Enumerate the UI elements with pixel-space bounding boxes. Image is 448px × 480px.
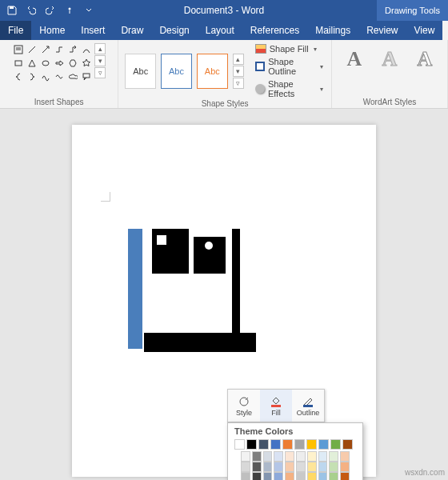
color-swatch[interactable] (307, 462, 317, 472)
shape-textbox[interactable] (12, 43, 25, 56)
color-swatch[interactable] (263, 462, 273, 472)
color-swatch[interactable] (307, 451, 317, 462)
color-swatch[interactable] (274, 462, 283, 472)
color-swatch[interactable] (282, 439, 293, 450)
color-swatch[interactable] (294, 439, 305, 450)
style-more-button[interactable]: ▿ (233, 78, 244, 89)
shape-effects-button[interactable]: Shape Effects▾ (254, 78, 325, 99)
color-swatch[interactable] (318, 451, 328, 462)
tab-references[interactable]: References (242, 21, 307, 40)
color-swatch[interactable] (274, 451, 283, 462)
color-swatch[interactable] (252, 451, 262, 462)
shape-style-scroll[interactable]: ▴ ▾ ▿ (233, 54, 244, 89)
tab-home[interactable]: Home (31, 21, 73, 40)
color-swatch[interactable] (274, 472, 283, 480)
color-swatch[interactable] (252, 462, 262, 472)
color-swatch[interactable] (296, 472, 306, 480)
color-swatch[interactable] (340, 472, 350, 480)
color-swatch[interactable] (296, 462, 306, 472)
tab-design[interactable]: Design (151, 21, 197, 40)
tab-draw[interactable]: Draw (113, 21, 151, 40)
shape-triangle[interactable] (26, 57, 38, 70)
shape-scribble[interactable] (53, 70, 66, 83)
wordart-preset-2[interactable]: A (374, 43, 406, 75)
shape-fill-button[interactable]: Shape Fill▾ (254, 43, 325, 54)
color-swatch[interactable] (241, 472, 250, 480)
undo-button[interactable] (24, 3, 38, 18)
color-swatch[interactable] (342, 439, 353, 450)
color-swatch[interactable] (258, 439, 269, 450)
shape-elbow-arrow[interactable] (66, 43, 79, 56)
tab-insert[interactable]: Insert (73, 21, 113, 40)
shape-lbrace[interactable] (12, 70, 25, 83)
shape-oval[interactable] (39, 57, 52, 70)
shape-callout[interactable] (80, 70, 93, 83)
wordart-preset-1[interactable]: A (338, 43, 370, 75)
color-swatch[interactable] (318, 439, 329, 450)
shape-arrow-right[interactable] (53, 57, 66, 70)
shape-line-arrow[interactable] (39, 43, 52, 56)
shape-elbow[interactable] (53, 43, 66, 56)
shape-style-preset-3[interactable]: Abc (197, 54, 228, 89)
tab-format[interactable]: Format (442, 21, 448, 40)
touch-mode-button[interactable] (62, 3, 77, 18)
style-down-button[interactable]: ▾ (233, 66, 244, 77)
drawing-canvas[interactable] (128, 229, 288, 373)
tab-layout[interactable]: Layout (198, 21, 242, 40)
shape-blue-rect[interactable] (128, 229, 142, 349)
shapes-gallery-scroll[interactable]: ▴ ▾ ▿ (94, 43, 106, 78)
gallery-more-button[interactable]: ▿ (94, 67, 106, 78)
style-up-button[interactable]: ▴ (233, 54, 244, 65)
color-swatch[interactable] (329, 462, 338, 472)
shapes-gallery[interactable] (12, 43, 93, 83)
tab-view[interactable]: View (406, 21, 443, 40)
mini-style-button[interactable]: Style (228, 390, 260, 422)
color-swatch[interactable] (307, 472, 317, 480)
color-swatch[interactable] (263, 472, 273, 480)
color-swatch[interactable] (270, 439, 281, 450)
shape-line[interactable] (26, 43, 38, 56)
shape-rbrace[interactable] (26, 70, 38, 83)
color-swatch[interactable] (241, 451, 250, 462)
color-swatch[interactable] (263, 451, 273, 462)
qat-customize-button[interactable] (82, 3, 96, 18)
shape-black-bar[interactable] (232, 229, 240, 333)
shape-black-bottom[interactable] (144, 333, 256, 352)
color-swatch[interactable] (296, 451, 306, 462)
shape-rect[interactable] (12, 57, 25, 70)
color-swatch[interactable] (329, 451, 338, 462)
gallery-up-button[interactable]: ▴ (94, 43, 106, 54)
shape-black-rect-1[interactable] (152, 229, 189, 274)
shape-style-preset-1[interactable]: Abc (125, 54, 156, 89)
save-button[interactable] (5, 3, 19, 18)
tab-mailings[interactable]: Mailings (307, 21, 358, 40)
shape-freeform[interactable] (39, 70, 52, 83)
tab-review[interactable]: Review (358, 21, 406, 40)
mini-fill-button[interactable]: Fill (260, 390, 292, 422)
shape-outline-button[interactable]: Shape Outline▾ (254, 56, 325, 77)
color-swatch[interactable] (252, 472, 262, 480)
tab-file[interactable]: File (0, 21, 31, 40)
color-swatch[interactable] (330, 439, 341, 450)
color-swatch[interactable] (318, 462, 328, 472)
color-swatch[interactable] (318, 472, 328, 480)
color-swatch[interactable] (285, 462, 294, 472)
gallery-down-button[interactable]: ▾ (94, 55, 106, 66)
color-swatch[interactable] (285, 451, 294, 462)
color-swatch[interactable] (285, 472, 294, 480)
color-swatch[interactable] (241, 462, 250, 472)
shape-style-preset-2[interactable]: Abc (161, 54, 192, 89)
shape-curve[interactable] (80, 43, 93, 56)
color-swatch[interactable] (340, 462, 350, 472)
color-swatch[interactable] (340, 451, 350, 462)
shape-black-rect-2[interactable] (194, 237, 226, 274)
shape-cloud[interactable] (66, 70, 79, 83)
wordart-preset-3[interactable]: A (409, 43, 441, 75)
color-swatch[interactable] (306, 439, 317, 450)
color-swatch[interactable] (234, 439, 245, 450)
shape-hexagon[interactable] (66, 57, 79, 70)
shape-star[interactable] (80, 57, 93, 70)
redo-button[interactable] (43, 3, 58, 18)
color-swatch[interactable] (329, 472, 338, 480)
color-swatch[interactable] (246, 439, 257, 450)
